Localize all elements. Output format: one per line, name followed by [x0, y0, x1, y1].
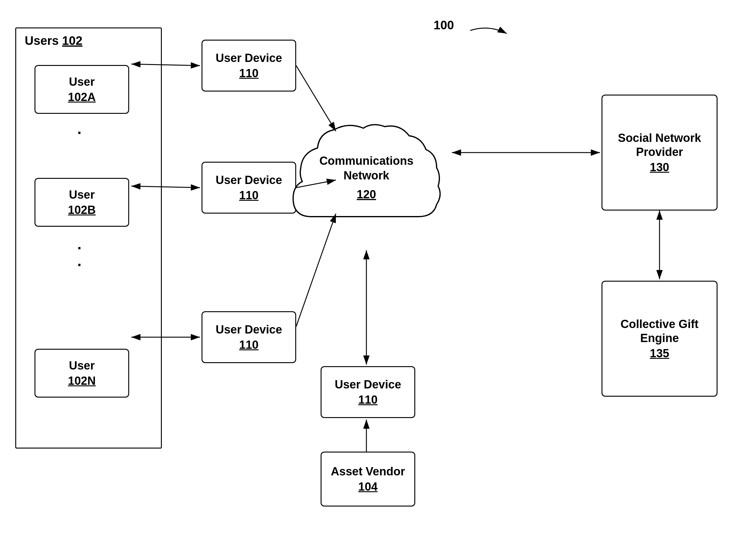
user-a-box: User 102A	[35, 65, 129, 114]
dot2: . .	[77, 236, 82, 269]
user-n-box: User 102N	[35, 349, 129, 398]
users-title: Users 102	[25, 34, 83, 48]
user-b-box: User 102B	[35, 178, 129, 227]
asset-box: Asset Vendor 104	[321, 452, 415, 507]
svg-text:120: 120	[357, 188, 376, 201]
device-bot: User Device 110	[201, 311, 296, 363]
users-outer-box: Users 102 User 102A . User 102B . . User…	[15, 27, 162, 449]
dot1: .	[77, 120, 82, 138]
svg-text:Communications: Communications	[319, 154, 413, 167]
ref-100: 100	[434, 18, 454, 32]
device-top: User Device 110	[201, 40, 296, 92]
social-box: Social Network Provider 130	[602, 95, 717, 210]
gift-box: Collective Gift Engine 135	[602, 281, 717, 397]
svg-text:Network: Network	[344, 169, 390, 182]
network-cloud: Communications Network 120	[281, 104, 452, 250]
device-center: User Device 110	[321, 366, 415, 418]
diagram: 100 Users 102 User 102A . User 102B . . …	[0, 0, 756, 559]
